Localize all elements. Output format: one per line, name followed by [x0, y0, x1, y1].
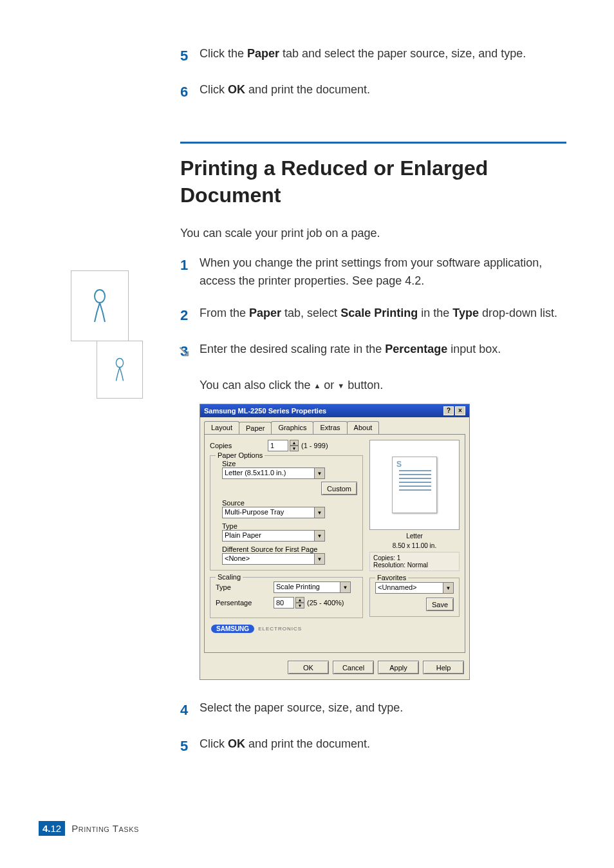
diff-source-select[interactable]: <None> [222, 553, 315, 565]
step-body: Click the Paper tab and select the paper… [200, 45, 566, 63]
chevron-down-icon[interactable]: ▼ [340, 581, 351, 593]
chevron-down-icon[interactable]: ▼ [315, 507, 325, 518]
ok-button[interactable]: OK [288, 661, 329, 674]
step-number: 1 [180, 254, 200, 276]
preview-s-mark: S [396, 460, 402, 469]
step-1: 1 When you change the print settings fro… [180, 254, 566, 290]
preview-info: Copies: 1 Resolution: Normal [369, 552, 460, 571]
chevron-down-icon[interactable]: ▼ [315, 530, 325, 542]
step-2: 2 From the Paper tab, select Scale Print… [180, 305, 566, 326]
persentage-spinner[interactable]: ▲ ▼ [295, 597, 304, 609]
spinner-down-icon[interactable]: ▼ [295, 603, 304, 609]
persentage-range: (25 - 400%) [307, 599, 344, 607]
large-page-icon [71, 270, 129, 341]
copies-range: (1 - 999) [301, 442, 328, 449]
spinner-up-icon[interactable]: ▲ [295, 597, 304, 603]
step-body: Click OK and print the document. [200, 81, 566, 99]
step-number: 2 [180, 305, 200, 326]
save-button[interactable]: Save [426, 598, 454, 611]
tab-about[interactable]: About [347, 421, 380, 434]
step-number: 5 [180, 735, 200, 757]
spinner-up-icon[interactable]: ▲ [290, 440, 299, 446]
section-rule [180, 142, 566, 144]
step-body: From the Paper tab, select Scale Printin… [200, 305, 566, 323]
custom-button[interactable]: Custom [321, 482, 357, 495]
dialog-titlebar: Samsung ML-2250 Series Properties ? × [200, 404, 469, 417]
tab-extras[interactable]: Extras [313, 421, 347, 434]
dialog-tab-row: Layout Paper Graphics Extras About [200, 417, 469, 434]
copies-spinner[interactable]: ▲ ▼ [290, 440, 299, 451]
type-select[interactable]: Plain Paper [222, 530, 315, 542]
tab-graphics[interactable]: Graphics [271, 421, 313, 434]
tab-layout[interactable]: Layout [204, 421, 239, 434]
step-body: Select the paper source, size, and type. [200, 699, 566, 717]
chevron-down-icon[interactable]: ▼ [315, 467, 325, 479]
persentage-input[interactable] [274, 597, 294, 609]
step-4: 4 Select the paper source, size, and typ… [180, 699, 566, 721]
paper-options-fieldset: Paper Options Size Letter (8.5x11.0 in.)… [210, 455, 363, 571]
copies-input[interactable] [268, 440, 288, 451]
samsung-logo: SAMSUNG [211, 625, 254, 633]
preview-paper-name: Letter [369, 533, 460, 540]
printer-properties-dialog: Samsung ML-2250 Series Properties ? × La… [200, 404, 470, 680]
brand-logo: SAMSUNG ELECTRONICS [211, 625, 363, 633]
scaling-legend: Scaling [216, 573, 243, 581]
apply-button[interactable]: Apply [378, 661, 419, 674]
paper-options-legend: Paper Options [216, 451, 265, 459]
favorites-legend: Favorites [375, 574, 408, 581]
step-5-top: 5 Click the Paper tab and select the pap… [180, 45, 566, 67]
small-page-icon [97, 341, 143, 399]
size-select[interactable]: Letter (8.5x11.0 in.) [222, 467, 315, 479]
step-number: 5 [180, 45, 200, 67]
scaling-type-select[interactable]: Scale Printing [274, 581, 340, 593]
favorites-fieldset: Favorites <Unnamed> ▼ Save [369, 578, 460, 617]
brand-sub: ELECTRONICS [258, 626, 302, 632]
section-heading: Printing a Reduced or Enlarged Document [180, 155, 566, 209]
triangle-down-icon: ▼ [337, 382, 344, 390]
side-illustration: ↘ [71, 270, 143, 398]
copies-row: Copies ▲ ▼ (1 - 999) [210, 440, 363, 451]
step-body: Click OK and print the document. [200, 735, 566, 753]
svg-point-1 [116, 359, 123, 368]
page-footer: 4.12 Printing Tasks [39, 821, 139, 836]
triangle-up-icon: ▲ [313, 382, 321, 390]
step-body: Enter the desired scaling rate in the Pe… [200, 341, 566, 359]
step-number: 4 [180, 699, 200, 721]
help-icon[interactable]: ? [443, 406, 454, 415]
footer-section-label: Printing Tasks [71, 823, 139, 834]
copies-label: Copies [210, 442, 268, 449]
dialog-title: Samsung ML-2250 Series Properties [204, 407, 326, 415]
scaling-fieldset: Scaling Type Scale Printing ▼ Persentage [210, 577, 363, 618]
step-number: 6 [180, 81, 200, 103]
preview-page-icon: S [392, 457, 437, 513]
preview-panel: S [369, 440, 460, 530]
persentage-label: Persentage [216, 599, 274, 607]
spinner-down-icon[interactable]: ▼ [290, 446, 299, 451]
page-badge: 4.12 [39, 821, 65, 836]
type-label: Type [222, 522, 357, 530]
step-3-sub: You can also click the ▲ or ▼ button. [200, 377, 566, 395]
step-3: 3 Enter the desired scaling rate in the … [180, 341, 566, 363]
preview-paper-size: 8.50 x 11.00 in. [369, 542, 460, 549]
tab-paper[interactable]: Paper [239, 422, 272, 435]
scaling-type-label: Type [216, 583, 274, 591]
help-button[interactable]: Help [423, 661, 464, 674]
svg-point-0 [95, 290, 105, 303]
favorites-select[interactable]: <Unnamed> [375, 582, 443, 594]
step-6-top: 6 Click OK and print the document. [180, 81, 566, 103]
chevron-down-icon[interactable]: ▼ [315, 553, 325, 565]
step-body: When you change the print settings from … [200, 254, 566, 290]
arrow-down-icon: ↘ [177, 341, 191, 361]
source-select[interactable]: Multi-Purpose Tray [222, 507, 315, 518]
chevron-down-icon[interactable]: ▼ [443, 582, 454, 594]
source-label: Source [222, 499, 357, 507]
close-icon[interactable]: × [455, 406, 465, 415]
cancel-button[interactable]: Cancel [333, 661, 374, 674]
diff-source-label: Different Source for First Page [222, 545, 357, 553]
intro-text: You can scale your print job on a page. [180, 227, 566, 240]
step-5: 5 Click OK and print the document. [180, 735, 566, 757]
size-label: Size [222, 460, 357, 467]
